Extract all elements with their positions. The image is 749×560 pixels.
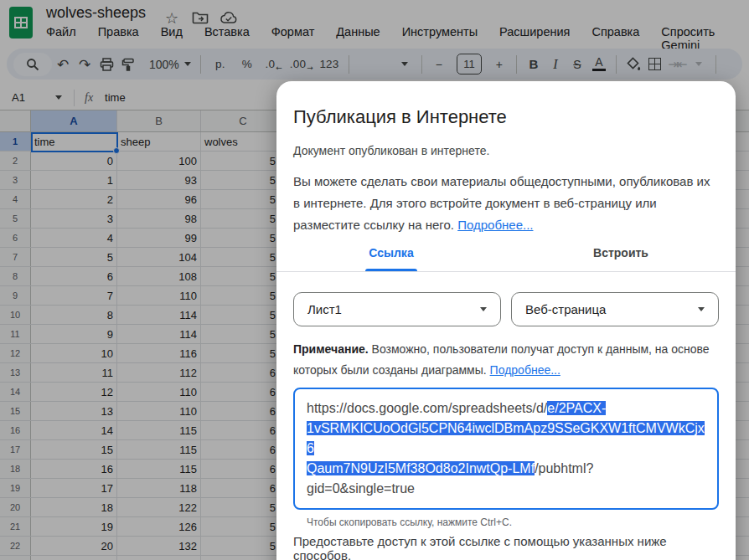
- learn-more-link[interactable]: Подробнее...: [457, 218, 533, 232]
- copy-hint: Чтобы скопировать ссылку, нажмите Ctrl+C…: [307, 516, 719, 528]
- publish-url-text[interactable]: https://docs.google.com/spreadsheets/d/e…: [293, 388, 719, 510]
- share-instructions: Предоставьте доступ к этой ссылке с помо…: [293, 534, 719, 560]
- publish-options: Лист1 Веб-страница: [293, 292, 719, 326]
- chevron-down-icon: [698, 307, 705, 311]
- dialog-subtitle: Документ опубликован в интернете.: [276, 144, 736, 157]
- dialog-tabs: СсылкаВстроить: [276, 241, 736, 272]
- note-learn-more-link[interactable]: Подробнее...: [490, 363, 560, 377]
- publish-dialog: Публикация в Интернете Документ опублико…: [276, 81, 736, 560]
- format-select[interactable]: Веб-страница: [511, 292, 719, 326]
- sheet-select[interactable]: Лист1: [293, 292, 501, 326]
- dialog-title: Публикация в Интернете: [276, 106, 736, 127]
- tab[interactable]: Встроить: [506, 241, 736, 271]
- chevron-down-icon: [480, 307, 487, 311]
- dialog-description: Вы можете сделать свои материалы общедос…: [276, 171, 736, 236]
- dialog-note: Примечание. Возможно, пользователи получ…: [293, 339, 719, 381]
- tab[interactable]: Ссылка: [276, 241, 506, 271]
